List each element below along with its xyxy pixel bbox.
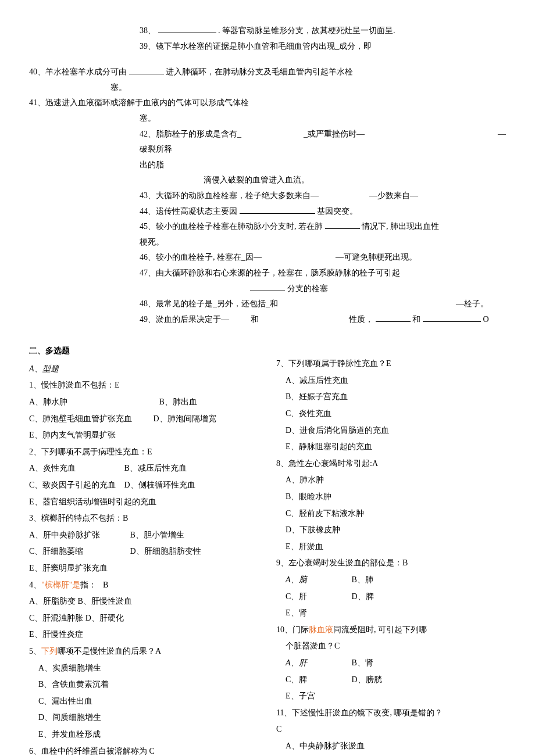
q2-opts: A、炎性充血 B、减压后性充血 [29, 461, 259, 476]
q10-cont: 个脏器淤血？C [276, 639, 506, 654]
q42: 42、脂肪栓子的形成是含有_ _或严重挫伤时— — [29, 127, 506, 142]
q4-opts2: C、肝混浊肿胀 D、肝硬化 [29, 611, 259, 626]
q8-a: A、肺水肿 [276, 472, 506, 488]
q5-d: D、间质细胞增生 [29, 710, 259, 726]
q9-cd: C、肝 D、脾 [276, 589, 506, 605]
blank [376, 313, 411, 322]
blank [423, 313, 481, 322]
q-num: 38、 [140, 26, 156, 35]
q11: 11、下述慢性肝淤血的镜下改变, 哪项是错的？ [276, 705, 506, 721]
q7-b: B、妊娠子宫充血 [276, 389, 506, 405]
type-label: A、型题 [29, 361, 259, 377]
left-column: 二、多选题 A、型题 1、慢性肺淤血不包括：E A、肺水肿 B、肺出血 C、肺泡… [29, 339, 259, 756]
q7-c: C、炎性充血 [276, 406, 506, 422]
q48: 48、最常见的栓子是_另外，还包括_和 —栓子。 [29, 296, 506, 312]
q40-cont: 塞。 [29, 80, 506, 96]
q7: 7、下列哪项属于静脉性充血？E [276, 356, 506, 372]
q3: 3、槟榔肝的特点不包括：B [29, 511, 259, 526]
q47: 47、由大循环静脉和右心来源的栓子，栓塞在，肠系膜静脉的栓子可引起 [29, 266, 506, 281]
section-title: 二、多选题 [29, 343, 259, 359]
q41: 41、迅速进入血液循环或溶解于血液内的气体可以形成气体栓 [29, 95, 506, 111]
q42-cont3: 滴侵入破裂的血管进入血流。 [29, 173, 506, 188]
q5-e: E、并发血栓形成 [29, 727, 259, 743]
q49: 49、淤血的后果决定于— 和 [29, 312, 343, 328]
q8-c: C、胫前皮下粘液水肿 [276, 506, 506, 522]
multiple-choice-section: 二、多选题 A、型题 1、慢性肺淤血不包括：E A、肺水肿 B、肺出血 C、肺泡… [29, 339, 506, 756]
q2-opts2: C、致炎因子引起的充血 D、侧枝循环性充血 [29, 478, 259, 493]
q41-cont: 塞。 [29, 111, 506, 127]
q8-e: E、肝淤血 [276, 539, 506, 555]
q10-cd: C、脾 D、膀胱 [276, 672, 506, 688]
q42-cont2: 出的脂 [29, 157, 506, 173]
q49-right: 性质， 和 O [349, 312, 506, 328]
q47-cont: 分支的栓塞 [29, 281, 506, 297]
q5: 5、下列哪项不是慢性淤血的后果？A [29, 644, 259, 660]
blank [240, 205, 315, 214]
q2: 2、下列哪项不属于病理性充血：E [29, 445, 259, 460]
q44: 44、遗传性高凝状态主要因 基因突变。 [29, 204, 506, 220]
q11-ans: C [276, 722, 506, 737]
q39: 39、镜下羊水栓塞的证据是肺小血管和毛细血管内出现_成分，即 [29, 39, 506, 55]
q40: 40、羊水栓塞羊水成分可由 进入肺循环，在肺动脉分支及毛细血管内引起羊水栓 [29, 65, 506, 80]
blank [129, 66, 164, 74]
q43: 43、大循环的动脉血栓栓塞，栓子绝大多数来自— —少数来自— [29, 188, 506, 204]
q46: 46、较小的血栓栓子, 栓塞在_因— —可避免肺梗死出现。 [29, 250, 506, 266]
blank [250, 282, 285, 291]
right-column: 7、下列哪项属于静脉性充血？E A、减压后性充血 B、妊娠子宫充血 C、炎性充血… [276, 339, 506, 756]
q4-opt-e: E、肝慢性炎症 [29, 627, 259, 643]
q7-a: A、减压后性充血 [276, 373, 506, 389]
q7-d: D、进食后消化胃肠道的充血 [276, 423, 506, 439]
q9-e: E、肾 [276, 605, 506, 621]
q3-opt-e: E、肝窦明显扩张充血 [29, 561, 259, 576]
q45-cont: 梗死。 [29, 235, 506, 250]
q4: 4、"槟榔肝"是指： B [29, 578, 259, 593]
q1: 1、慢性肺淤血不包括：E [29, 378, 259, 393]
q1-opt-e: E、肺内支气管明显扩张 [29, 428, 259, 443]
q11-a: A、中央静脉扩张淤血 [276, 739, 506, 754]
q8: 8、急性左心衰竭时常引起:A [276, 456, 506, 472]
highlight: "槟榔肝"是 [41, 581, 80, 589]
q1-opts: A、肺水肿 B、肺出血 [29, 395, 259, 410]
q6: 6、血栓中的纤维蛋白被溶解称为 C [29, 744, 259, 756]
q-text: . 等器官动脉呈锥形分支，故其梗死灶呈一切面呈. [218, 26, 395, 35]
q1-opts2: C、肺泡壁毛细血管扩张充血 D、肺泡间隔增宽 [29, 411, 259, 427]
q10-ab: A、肝 B、肾 [276, 655, 506, 671]
highlight: 脉血液 [309, 625, 333, 634]
q8-d: D、下肢橡皮肿 [276, 522, 506, 538]
q45: 45、较小的血栓栓子栓塞在肺动脉小分支时, 若在肺 情况下, 肺出现出血性 [29, 219, 506, 235]
q4-opts: A、肝脂肪变 B、肝慢性淤血 [29, 594, 259, 610]
highlight: 下列 [41, 647, 58, 655]
q3-opts2: C、肝细胞萎缩 D、肝细胞脂肪变性 [29, 544, 259, 560]
q42-cont: 破裂所释 [29, 142, 506, 157]
q5-a: A、实质细胞增生 [29, 661, 259, 676]
blank [325, 220, 360, 229]
q8-b: B、眼睑水肿 [276, 489, 506, 505]
q5-c: C、漏出性出血 [29, 694, 259, 710]
q10: 10、门际脉血液同流受阻时, 可引起下列哪 [276, 622, 506, 638]
q38: 38、 . 等器官动脉呈锥形分支，故其梗死灶呈一切面呈. [29, 23, 506, 39]
blank [158, 24, 216, 33]
q9: 9、左心衰竭时发生淤血的部位是：B [276, 556, 506, 571]
q5-b: B、含铁血黄素沉着 [29, 677, 259, 693]
q2-opt-e: E、器官组织活动增强时引起的充血 [29, 495, 259, 510]
q9-ab: A、脑 B、肺 [276, 572, 506, 588]
q7-e: E、静脉阻塞引起的充血 [276, 439, 506, 455]
fill-blank-section: 38、 . 等器官动脉呈锥形分支，故其梗死灶呈一切面呈. 39、镜下羊水栓塞的证… [29, 23, 506, 327]
q3-opts: A、肝中央静脉扩张 B、胆小管增生 [29, 528, 259, 543]
q10-e: E、子宫 [276, 689, 506, 704]
